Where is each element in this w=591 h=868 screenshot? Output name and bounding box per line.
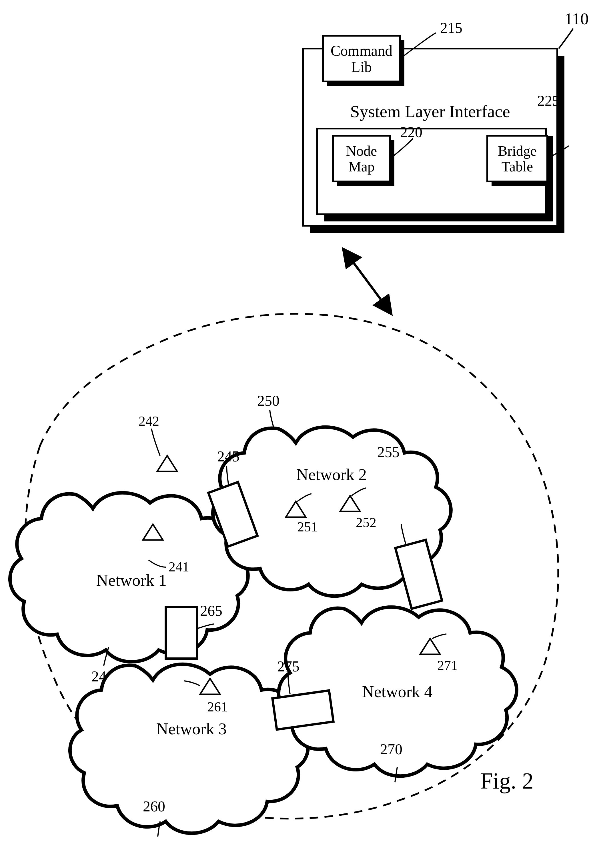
ref-220: 220 — [400, 124, 423, 140]
node-map-box: NodeMap — [333, 136, 394, 186]
network-1-label: Network 1 — [96, 571, 167, 589]
network-3: Network 3 261 260 — [70, 664, 308, 837]
ref-255: 255 — [377, 444, 399, 460]
ref-260: 260 — [143, 798, 165, 815]
figure-2: System Layer Interface CommandLib NodeMa… — [0, 0, 591, 868]
ref-225: 225 — [537, 93, 560, 109]
ref-242: 242 — [139, 413, 159, 428]
ref-250: 250 — [257, 393, 279, 409]
ref-215: 215 — [440, 20, 462, 36]
network-4-label: Network 4 — [362, 682, 432, 701]
svg-text:110: 110 — [564, 9, 589, 28]
ref-245: 245 — [217, 448, 239, 465]
figure-label: Fig. 2 — [480, 768, 533, 793]
ref-261: 261 — [207, 699, 228, 714]
ref-265: 265 — [200, 602, 222, 619]
ref-271: 271 — [437, 658, 458, 673]
network-2-label: Network 2 — [296, 465, 366, 484]
command-lib-box: CommandLib — [323, 36, 404, 86]
pointer-110: 110 — [559, 9, 589, 49]
ref-270: 270 — [380, 741, 402, 757]
bridge-table-label: BridgeTable — [498, 143, 537, 174]
bridge-table-box: BridgeTable — [487, 136, 551, 186]
ref-252: 252 — [356, 515, 376, 530]
sli-title: System Layer Interface — [350, 102, 510, 121]
link-arrow — [343, 249, 392, 314]
system-layer-interface: System Layer Interface CommandLib NodeMa… — [303, 20, 569, 233]
svg-rect-14 — [272, 691, 333, 730]
node-map-label: NodeMap — [346, 143, 377, 174]
svg-rect-13 — [166, 607, 197, 658]
ref-241: 241 — [168, 559, 189, 574]
network-1: Network 1 241 242 240 — [10, 413, 248, 685]
ref-275: 275 — [277, 658, 300, 675]
network-3-label: Network 3 — [156, 719, 227, 738]
ref-251: 251 — [297, 519, 318, 534]
